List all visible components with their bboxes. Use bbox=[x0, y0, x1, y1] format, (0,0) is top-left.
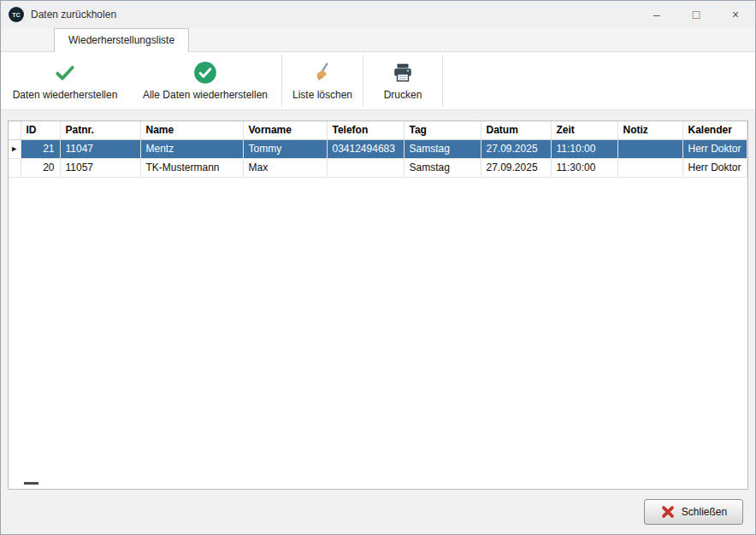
print-label: Drucken bbox=[384, 89, 422, 101]
tab-strip: Wiederherstellungsliste bbox=[1, 28, 755, 52]
column-header-zeit[interactable]: Zeit bbox=[551, 121, 617, 139]
footer: Schließen bbox=[1, 490, 755, 534]
restore-all-data-button[interactable]: Alle Daten wiederherstellen bbox=[129, 52, 281, 109]
app-icon-glyph: TC bbox=[12, 12, 20, 18]
column-header-telefon[interactable]: Telefon bbox=[327, 121, 404, 139]
cell-id[interactable]: 21 bbox=[21, 139, 60, 158]
clear-list-label: Liste löschen bbox=[292, 89, 352, 101]
column-header-datum[interactable]: Datum bbox=[481, 121, 551, 139]
schliessen-button[interactable]: Schließen bbox=[644, 499, 743, 525]
restore-data-button[interactable]: Daten wiederherstellen bbox=[1, 52, 129, 109]
red-x-icon bbox=[660, 504, 676, 520]
restore-all-data-label: Alle Daten wiederherstellen bbox=[143, 89, 268, 101]
window-title: Daten zurückholen bbox=[31, 9, 116, 21]
cell-telefon[interactable] bbox=[327, 158, 404, 177]
cell-telefon[interactable]: 03412494683 bbox=[327, 139, 404, 158]
current-row-indicator-icon: ► bbox=[9, 139, 21, 158]
schliessen-label: Schließen bbox=[682, 506, 727, 518]
table-row[interactable]: 2011057TK-MustermannMaxSamstag27.09.2025… bbox=[9, 158, 747, 177]
cell-vorname[interactable]: Tommy bbox=[243, 139, 327, 158]
window-controls: – □ × bbox=[637, 1, 755, 28]
column-header-notiz[interactable]: Notiz bbox=[617, 121, 682, 139]
cell-name[interactable]: Mentz bbox=[140, 139, 243, 158]
column-header-kalender[interactable]: Kalender bbox=[682, 121, 747, 139]
cell-patnr[interactable]: 11057 bbox=[60, 158, 140, 177]
daten-zurueckholen-dialog: TC Daten zurückholen – □ × Wiederherstel… bbox=[0, 0, 756, 535]
cell-vorname[interactable]: Max bbox=[243, 158, 327, 177]
app-icon: TC bbox=[9, 7, 24, 22]
column-header-id[interactable]: ID bbox=[21, 121, 60, 139]
close-icon[interactable]: × bbox=[716, 1, 755, 28]
row-selector-cell bbox=[9, 158, 21, 177]
cell-datum[interactable]: 27.09.2025 bbox=[481, 158, 551, 177]
content-area: IDPatnr.NameVornameTelefonTagDatumZeitNo… bbox=[1, 110, 755, 490]
column-header-vorname[interactable]: Vorname bbox=[243, 121, 327, 139]
column-header-tag[interactable]: Tag bbox=[404, 121, 481, 139]
printer-icon bbox=[392, 61, 414, 85]
cell-datum[interactable]: 27.09.2025 bbox=[481, 139, 551, 158]
horizontal-scrollbar-thumb[interactable] bbox=[24, 482, 38, 485]
table-row[interactable]: ►2111047MentzTommy03412494683Samstag27.0… bbox=[9, 139, 747, 158]
tab-wiederherstellungsliste[interactable]: Wiederherstellungsliste bbox=[54, 28, 189, 52]
cell-name[interactable]: TK-Mustermann bbox=[140, 158, 243, 177]
toolbar: Daten wiederherstellen Alle Daten wieder… bbox=[1, 52, 755, 110]
maximize-icon[interactable]: □ bbox=[676, 1, 716, 28]
table-body: ►2111047MentzTommy03412494683Samstag27.0… bbox=[9, 139, 747, 177]
clear-list-button[interactable]: Liste löschen bbox=[282, 52, 363, 109]
green-check-icon bbox=[54, 61, 76, 85]
minimize-icon[interactable]: – bbox=[637, 1, 676, 28]
green-circle-check-icon bbox=[193, 61, 217, 85]
toolbar-separator bbox=[442, 55, 443, 107]
cell-notiz[interactable] bbox=[617, 139, 682, 158]
recovery-table: IDPatnr.NameVornameTelefonTagDatumZeitNo… bbox=[8, 121, 748, 490]
cell-tag[interactable]: Samstag bbox=[404, 158, 481, 177]
cell-notiz[interactable] bbox=[617, 158, 682, 177]
cell-zeit[interactable]: 11:30:00 bbox=[551, 158, 617, 177]
print-button[interactable]: Drucken bbox=[363, 52, 442, 109]
broom-icon bbox=[311, 61, 334, 85]
titlebar: TC Daten zurückholen – □ × bbox=[1, 1, 755, 28]
row-selector-header bbox=[9, 121, 21, 139]
cell-zeit[interactable]: 11:10:00 bbox=[551, 139, 617, 158]
restore-data-label: Daten wiederherstellen bbox=[13, 89, 118, 101]
cell-kalender[interactable]: Herr Doktor bbox=[682, 158, 747, 177]
cell-tag[interactable]: Samstag bbox=[404, 139, 481, 158]
column-header-patnr[interactable]: Patnr. bbox=[60, 121, 140, 139]
cell-id[interactable]: 20 bbox=[21, 158, 60, 177]
cell-kalender[interactable]: Herr Doktor bbox=[682, 139, 747, 158]
table-header-row: IDPatnr.NameVornameTelefonTagDatumZeitNo… bbox=[9, 121, 747, 139]
column-header-name[interactable]: Name bbox=[140, 121, 243, 139]
cell-patnr[interactable]: 11047 bbox=[60, 139, 140, 158]
